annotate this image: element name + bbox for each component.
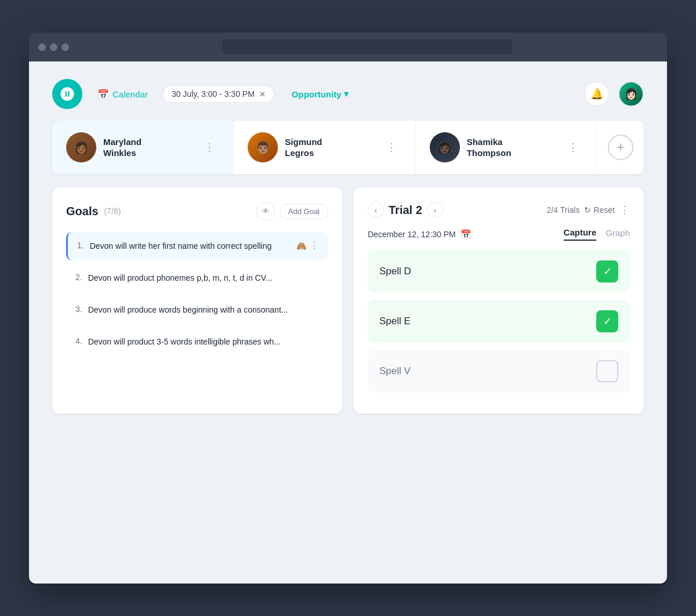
trial-menu-button[interactable]: ⋮ [619,204,630,216]
goals-title: Goals [66,205,99,218]
bell-icon: 🔔 [590,88,603,100]
goal-number-1: 1. [77,241,84,250]
user-avatar-image: 👩🏻 [625,88,637,100]
reset-label: Reset [593,205,615,215]
participants-row: 👩🏾 MarylandWinkles ⋮ 👨🏽 SigmundLegros ⋮ … [52,121,644,174]
opportunity-button[interactable]: Opportunity ▾ [286,85,354,103]
spell-item-d[interactable]: Spell D ✓ [368,250,630,293]
reset-icon: ↻ [584,205,591,215]
spell-item-v[interactable]: Spell V [368,350,630,393]
participant-name-maryland: MarylandWinkles [103,136,142,159]
participant-sigmund[interactable]: 👨🏽 SigmundLegros ⋮ [234,121,415,174]
tab-graph[interactable]: Graph [606,227,630,241]
goals-actions: 👁 Add Goal [256,202,328,220]
date-badge[interactable]: 30 July, 3:00 - 3:30 PM ✕ [163,85,274,103]
calendar-button[interactable]: 📅 Calendar [92,85,154,103]
opportunity-label: Opportunity [292,89,342,99]
goal-actions-1: 🙈 ⋮ [296,240,319,251]
goal-number-3: 3. [75,305,82,314]
app-header: 📅 Calendar 30 July, 3:00 - 3:30 PM ✕ Opp… [52,73,644,121]
goal-eye-icon-1[interactable]: 🙈 [296,241,306,251]
app-logo [52,79,82,109]
calendar-icon: 📅 [97,89,109,100]
chevron-down-icon: ▾ [344,89,349,99]
user-avatar[interactable]: 👩🏻 [618,81,644,107]
goal-number-4: 4. [75,336,82,346]
trial-count: 2/4 Trials [547,205,580,215]
participant-dots-shamika[interactable]: ⋮ [563,139,583,156]
goal-item-1[interactable]: 1. Devon will write her first name with … [66,232,328,260]
avatar-sigmund: 👨🏽 [248,132,278,162]
date-calendar-icon: 📅 [461,229,472,240]
minimize-dot [50,44,57,51]
address-bar[interactable] [222,39,512,55]
trial-date: December 12, 12:30 PM [368,230,456,239]
goals-panel: Goals (7/8) 👁 Add Goal 1. Devon will wri… [52,188,342,414]
traffic-lights [38,44,69,51]
avatar-maryland: 👩🏾 [66,132,96,162]
maximize-dot [61,44,69,51]
goals-count: (7/8) [104,206,121,216]
goal-text-3: Devon will produce words beginning with … [88,304,319,316]
participant-maryland[interactable]: 👩🏾 MarylandWinkles ⋮ [52,121,234,174]
goals-header: Goals (7/8) 👁 Add Goal [66,202,328,220]
check-v-button[interactable] [596,360,618,382]
goal-menu-1[interactable]: ⋮ [310,240,319,251]
participant-shamika[interactable]: 👩🏿 ShamikaThompson ⋮ [416,121,597,174]
tab-capture[interactable]: Capture [564,227,597,241]
trial-tabs: Capture Graph [564,227,630,241]
check-e-button[interactable]: ✓ [596,310,618,332]
add-goal-button[interactable]: Add Goal [280,204,328,219]
goal-text-2: Devon will product phonemes p,b, m, n, t… [88,272,319,284]
calendar-label: Calendar [113,89,148,99]
goal-item-3[interactable]: 3. Devon will produce words beginning wi… [66,296,328,324]
add-participant-button[interactable]: + [597,135,644,160]
goal-text-1: Devon will write her first name with cor… [90,240,291,252]
close-dot [38,44,46,51]
date-text: 30 July, 3:00 - 3:30 PM [172,89,255,99]
notification-button[interactable]: 🔔 [585,82,609,106]
trial-next-button[interactable]: › [427,202,443,218]
logo-icon [59,86,75,102]
spell-item-e[interactable]: Spell E ✓ [368,300,630,343]
date-close-button[interactable]: ✕ [259,90,266,99]
browser-chrome [29,32,667,61]
check-d-button[interactable]: ✓ [596,260,618,282]
avatar-shamika: 👩🏿 [430,132,460,162]
goal-number-2: 2. [75,273,82,282]
participant-dots-sigmund[interactable]: ⋮ [382,139,401,156]
spell-v-label: Spell V [379,365,411,377]
trial-date-row: December 12, 12:30 PM 📅 Capture Graph [368,227,630,241]
goal-text-4: Devon will product 3-5 words intelligibl… [88,336,319,348]
participant-dots-maryland[interactable]: ⋮ [200,139,219,156]
trial-panel: ‹ Trial 2 › 2/4 Trials ↻ Reset ⋮ Decembe… [354,188,644,414]
participant-name-sigmund: SigmundLegros [285,136,322,159]
participant-name-shamika: ShamikaThompson [467,136,512,159]
goal-item-2[interactable]: 2. Devon will product phonemes p,b, m, n… [66,264,328,292]
trial-title: Trial 2 [389,204,422,217]
reset-button[interactable]: ↻ Reset [584,205,615,215]
browser-content: 📅 Calendar 30 July, 3:00 - 3:30 PM ✕ Opp… [29,61,667,584]
add-circle-icon: + [608,135,633,160]
goal-item-4[interactable]: 4. Devon will product 3-5 words intellig… [66,328,328,356]
spell-e-label: Spell E [379,316,411,327]
spell-d-label: Spell D [379,266,411,277]
eye-button[interactable]: 👁 [256,202,275,220]
main-content: Goals (7/8) 👁 Add Goal 1. Devon will wri… [52,188,644,414]
trial-header: ‹ Trial 2 › 2/4 Trials ↻ Reset ⋮ [368,202,630,218]
trial-prev-button[interactable]: ‹ [368,202,384,218]
